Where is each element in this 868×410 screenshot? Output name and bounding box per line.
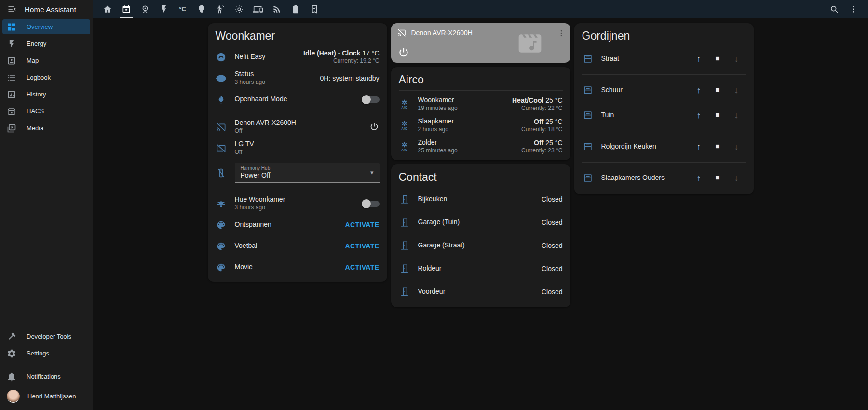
sidebar-item-developer-tools[interactable]: Developer Tools <box>2 329 90 344</box>
entity-row-lg-tv[interactable]: LG TV Off <box>208 137 387 159</box>
brightness-icon <box>234 4 244 14</box>
search-icon <box>829 4 839 14</box>
tab-motion[interactable] <box>211 0 230 18</box>
sidebar-item-history[interactable]: History <box>2 87 90 102</box>
entity-row-status[interactable]: Status 3 hours ago 0H: system standby <box>208 68 387 89</box>
tab-brightness[interactable] <box>230 0 248 18</box>
woonkamer-card: Woonkamer Nefit Easy Idle (Heat) - Clock… <box>208 23 387 282</box>
sidebar-item-hacs[interactable]: HACS <box>2 104 90 119</box>
cover-open-button[interactable]: ↑ <box>690 142 708 152</box>
bell-icon <box>7 372 16 382</box>
sidebar-item-overview[interactable]: Overview <box>2 19 90 34</box>
climate-row-slaapkamer[interactable]: ✲A/C Slaapkamer 2 hours ago Off25 °C Cur… <box>391 115 570 136</box>
sidebar-item-settings[interactable]: Settings <box>2 346 90 361</box>
tab-bookmark[interactable] <box>305 0 324 18</box>
entity-name: Slaapkamer <box>418 117 454 126</box>
cover-stop-button[interactable]: ■ <box>708 54 727 64</box>
cover-stop-button[interactable]: ■ <box>708 110 727 121</box>
contact-row-garage-straat[interactable]: Garage (Straat) Closed <box>391 234 570 257</box>
overflow-menu-button[interactable] <box>844 0 863 18</box>
tab-rss[interactable] <box>267 0 286 18</box>
air-conditioner-icon: ✲A/C <box>399 99 410 109</box>
lightbulb-icon <box>197 4 206 14</box>
sidebar-item-logbook[interactable]: Logbook <box>2 70 90 85</box>
harmony-activity-select[interactable]: Harmony Hub Power Off ▾ <box>235 163 380 183</box>
cover-row-straat[interactable]: Straat ↑ ■ ↓ <box>574 46 754 71</box>
cover-open-button[interactable]: ↑ <box>690 54 708 64</box>
cover-close-button[interactable]: ↓ <box>727 173 746 183</box>
climate-row-woonkamer[interactable]: ✲A/C Woonkamer 19 minutes ago Heat/Cool2… <box>391 94 570 115</box>
scene-row-ontspannen[interactable]: Ontspannen ACTIVATE <box>208 214 387 235</box>
entity-name: Denon AVR-X2600H <box>235 119 296 127</box>
sidebar-item-map[interactable]: Map <box>2 53 90 68</box>
chart-box-icon <box>7 90 16 99</box>
tab-home[interactable] <box>98 0 117 18</box>
hue-toggle[interactable] <box>363 201 380 207</box>
entity-row-hue-woonkamer[interactable]: Hue Woonkamer 3 hours ago <box>208 193 387 214</box>
cover-stop-button[interactable]: ■ <box>708 85 727 96</box>
contact-row-voordeur[interactable]: Voordeur Closed <box>391 280 570 303</box>
flash-icon <box>7 39 16 49</box>
power-button[interactable] <box>369 122 380 132</box>
tab-lights[interactable] <box>192 0 211 18</box>
cover-row-rolgordijn-keuken[interactable]: Rolgordijn Keuken ↑ ■ ↓ <box>574 134 754 159</box>
card-title: Woonkamer <box>208 23 387 46</box>
tab-temperature[interactable]: °C <box>173 0 192 18</box>
entity-row-openhaard-mode[interactable]: Openhaard Mode <box>208 89 387 110</box>
cover-close-button[interactable]: ↓ <box>727 110 746 121</box>
cover-close-button[interactable]: ↓ <box>727 142 746 152</box>
openhaard-toggle[interactable] <box>363 96 380 103</box>
tab-energy[interactable] <box>154 0 173 18</box>
tab-devices[interactable] <box>248 0 267 18</box>
tab-calendar[interactable] <box>117 0 136 18</box>
scene-row-voetbal[interactable]: Voetbal ACTIVATE <box>208 235 387 257</box>
activate-button[interactable]: ACTIVATE <box>345 242 379 250</box>
tab-battery[interactable] <box>286 0 305 18</box>
format-list-bulleted-icon <box>7 73 16 82</box>
entity-state: Off <box>235 127 296 135</box>
sidebar-user[interactable]: Henri Matthijssen <box>2 385 90 407</box>
cover-row-slaapkamers-ouders[interactable]: Slaapkamers Ouders ↑ ■ ↓ <box>574 165 754 191</box>
media-menu-button[interactable] <box>555 27 568 40</box>
card-title: Gordijnen <box>574 23 754 46</box>
cover-row-tuin[interactable]: Tuin ↑ ■ ↓ <box>574 103 754 128</box>
tab-camera[interactable] <box>136 0 154 18</box>
contact-row-garage-tuin[interactable]: Garage (Tuin) Closed <box>391 211 570 234</box>
media-player-name: Denon AVR-X2600H <box>411 29 473 37</box>
search-button[interactable] <box>825 0 844 18</box>
hvac-mode: Off <box>534 118 543 125</box>
fire-icon <box>216 95 227 105</box>
bookmark-check-icon <box>310 4 319 14</box>
media-power-button[interactable] <box>397 46 410 59</box>
contact-row-bijkeuken[interactable]: Bijkeuken Closed <box>391 188 570 211</box>
select-label: Harmony Hub <box>241 165 271 171</box>
card-divider <box>582 131 746 131</box>
cover-open-button[interactable]: ↑ <box>690 173 708 183</box>
media-player-card[interactable]: Denon AVR-X2600H <box>391 23 570 63</box>
sidebar-item-label: HACS <box>27 108 44 115</box>
cover-stop-button[interactable]: ■ <box>708 142 727 152</box>
cover-close-button[interactable]: ↓ <box>727 54 746 64</box>
climate-row-zolder[interactable]: ✲A/C Zolder 25 minutes ago Off25 °C Curr… <box>391 136 570 157</box>
entity-row-denon[interactable]: Denon AVR-X2600H Off <box>208 116 387 137</box>
target-temperature: 25 °C <box>545 139 562 147</box>
sidebar-item-notifications[interactable]: Notifications <box>2 369 90 384</box>
scene-row-movie[interactable]: Movie ACTIVATE <box>208 257 387 278</box>
tv-off-icon <box>216 143 227 154</box>
lightbulb-group-icon <box>216 198 227 209</box>
cover-open-button[interactable]: ↑ <box>690 85 708 96</box>
cover-close-button[interactable]: ↓ <box>727 85 746 96</box>
activate-button[interactable]: ACTIVATE <box>345 263 379 271</box>
cover-controls: ↑ ■ ↓ <box>690 173 746 183</box>
cover-open-button[interactable]: ↑ <box>690 110 708 121</box>
activate-button[interactable]: ACTIVATE <box>345 221 379 229</box>
menu-open-icon[interactable] <box>7 4 17 14</box>
cover-row-schuur[interactable]: Schuur ↑ ■ ↓ <box>574 78 754 103</box>
entity-row-nefit-easy[interactable]: Nefit Easy Idle (Heat) - Clock17 °C Curr… <box>208 46 387 68</box>
cover-stop-button[interactable]: ■ <box>708 173 727 183</box>
sidebar-item-media[interactable]: Media <box>2 121 90 136</box>
contact-row-roldeur[interactable]: Roldeur Closed <box>391 257 570 280</box>
sidebar-item-energy[interactable]: Energy <box>2 36 90 51</box>
window-shutter-icon <box>582 110 594 121</box>
rss-icon <box>272 4 282 14</box>
